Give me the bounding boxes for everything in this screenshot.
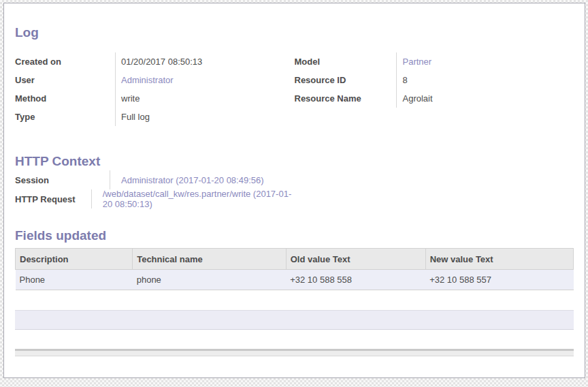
log-fields-right-group: Model Partner Resource ID 8 Resource Nam… [295, 52, 574, 126]
field-row-user: User Administrator [15, 71, 295, 89]
cell-description: Phone [16, 270, 133, 290]
model-value-link[interactable]: Partner [397, 52, 432, 71]
column-header-description[interactable]: Description [16, 249, 133, 270]
resource-id-value: 8 [397, 71, 408, 89]
log-form-sheet: Log Created on 01/20/2017 08:50:13 User … [3, 3, 585, 378]
user-label: User [15, 71, 116, 89]
divider-strip-light-line [15, 351, 574, 356]
field-row-resource-id: Resource ID 8 [295, 71, 574, 89]
cell-technical-name: phone [133, 270, 287, 290]
model-label: Model [295, 52, 397, 71]
table-header-row: Description Technical name Old value Tex… [16, 249, 574, 270]
fields-updated-table: Description Technical name Old value Tex… [15, 248, 574, 290]
method-value: write [116, 89, 140, 108]
resource-name-value: Agrolait [397, 89, 433, 108]
table-row-phone[interactable]: Phone phone +32 10 588 558 +32 10 588 55… [16, 270, 574, 290]
field-row-type: Type Full log [15, 108, 295, 126]
bottom-divider-strip [15, 349, 574, 356]
field-row-model: Model Partner [295, 52, 574, 71]
http-request-value-link[interactable]: /web/dataset/call_kw/res.partner/write (… [92, 189, 295, 208]
type-value: Full log [116, 108, 150, 126]
user-value-link[interactable]: Administrator [116, 71, 174, 89]
cell-new-value: +32 10 588 557 [425, 270, 573, 290]
section-title-http-context: HTTP Context [15, 153, 574, 169]
field-row-http-request: HTTP Request /web/dataset/call_kw/res.pa… [15, 189, 295, 208]
session-label: Session [15, 170, 110, 189]
section-title-fields-updated: Fields updated [15, 228, 574, 243]
http-request-label: HTTP Request [15, 189, 92, 208]
empty-list-band [15, 310, 574, 330]
column-header-technical-name[interactable]: Technical name [133, 249, 287, 270]
created-on-value: 01/20/2017 08:50:13 [116, 52, 202, 71]
log-field-groups: Created on 01/20/2017 08:50:13 User Admi… [15, 52, 574, 126]
section-title-log: Log [15, 25, 574, 40]
method-label: Method [15, 89, 116, 108]
cell-old-value: +32 10 588 558 [286, 270, 425, 290]
field-row-created-on: Created on 01/20/2017 08:50:13 [15, 52, 295, 71]
column-header-old-value[interactable]: Old value Text [286, 249, 425, 270]
http-context-group: Session Administrator (2017-01-20 08:49:… [15, 170, 295, 208]
field-row-method: Method write [15, 89, 295, 108]
session-value-link[interactable]: Administrator (2017-01-20 08:49:56) [110, 170, 264, 189]
field-row-session: Session Administrator (2017-01-20 08:49:… [15, 170, 295, 189]
type-label: Type [15, 108, 116, 126]
field-row-resource-name: Resource Name Agrolait [295, 89, 574, 108]
created-on-label: Created on [15, 52, 116, 71]
resource-id-label: Resource ID [295, 71, 397, 89]
page-background: Log Created on 01/20/2017 08:50:13 User … [0, 0, 588, 387]
column-header-new-value[interactable]: New value Text [425, 249, 573, 270]
resource-name-label: Resource Name [295, 89, 397, 108]
log-fields-left-group: Created on 01/20/2017 08:50:13 User Admi… [15, 52, 295, 126]
